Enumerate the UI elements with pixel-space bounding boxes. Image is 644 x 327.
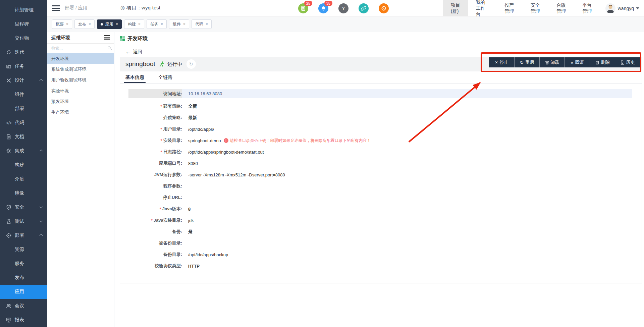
warning-text: 请检查目录是否正确！部署时如果允许覆盖，将删除所配置目录下的所有内容！ xyxy=(230,138,371,144)
form-row: 备份:是 xyxy=(120,226,642,237)
sidebar-item-label: 集成 xyxy=(15,148,24,154)
form-row: 程序参数: xyxy=(120,180,642,192)
action-button-停止[interactable]: ×停止 xyxy=(489,57,514,67)
help-icon[interactable]: ? xyxy=(338,3,348,13)
sidebar-item-会议[interactable]: 会议 xyxy=(0,299,47,313)
sidebar-item-里程碑[interactable]: 里程碑 xyxy=(0,17,47,31)
sidebar-item-集成[interactable]: 集成 xyxy=(0,144,47,158)
env-item-实验环境[interactable]: 实验环境 xyxy=(47,86,114,96)
topnav-item-项目(群)[interactable]: 项目(群) xyxy=(443,0,468,16)
sidebar-item-报表[interactable]: 报表 xyxy=(0,313,47,327)
detail-tab-全链路[interactable]: 全链路 xyxy=(158,71,172,83)
sidebar-item-组件[interactable]: 组件 xyxy=(0,88,47,102)
field-label: 备份: xyxy=(128,229,182,235)
field-label-text: 被备份目录: xyxy=(159,240,182,246)
tab-close-icon[interactable]: × xyxy=(89,22,91,26)
link-icon[interactable] xyxy=(359,3,369,13)
tab-close-icon[interactable]: × xyxy=(183,22,185,26)
sidebar-item-介质[interactable]: 介质 xyxy=(0,172,47,186)
notification-bell-icon[interactable]: 35 xyxy=(318,3,328,13)
sidebar-item-资源[interactable]: 资源 xyxy=(0,242,47,257)
action-button-历史[interactable]: 历史 xyxy=(615,57,640,67)
sidebar-item-设计[interactable]: 设计 xyxy=(0,73,47,88)
sidebar-item-测试[interactable]: 测试 xyxy=(0,214,47,228)
action-button-回滚[interactable]: «回滚 xyxy=(565,57,590,67)
message-document-icon[interactable]: 25 xyxy=(298,3,308,13)
topnav-item-平台管理[interactable]: 平台管理 xyxy=(575,0,600,16)
tab-close-icon[interactable]: × xyxy=(66,22,68,26)
field-value: /opt/idc/apps/ xyxy=(188,127,214,132)
action-button-删除[interactable]: 删除 xyxy=(590,57,615,67)
hamburger-menu-icon[interactable] xyxy=(52,5,60,11)
required-mark: * xyxy=(161,150,162,155)
env-item-系统集成测试环境[interactable]: 系统集成测试环境 xyxy=(47,64,114,75)
env-item-预发环境[interactable]: 预发环境 xyxy=(47,96,114,107)
page-tab-组件[interactable]: 组件× xyxy=(169,19,189,29)
env-item-用户验收测试环境[interactable]: 用户验收测试环境 xyxy=(47,75,114,86)
topnav-item-合版管理[interactable]: 合版管理 xyxy=(549,0,575,16)
refresh-status-button[interactable]: ↻ xyxy=(186,59,196,69)
env-item-开发环境[interactable]: 开发环境 xyxy=(47,53,114,64)
env-panel-menu-icon[interactable] xyxy=(104,35,110,41)
sidebar-item-部署[interactable]: 部署 xyxy=(0,228,47,242)
back-button[interactable]: 返回 xyxy=(133,49,142,55)
breadcrumb-current[interactable]: 应用 xyxy=(78,5,88,10)
sidebar-item-发布[interactable]: 发布 xyxy=(0,271,47,285)
sidebar-item-文档[interactable]: 文档 xyxy=(0,130,47,144)
breadcrumb: 部署 / 应用 xyxy=(65,5,88,11)
field-value: 8 xyxy=(188,207,191,212)
sidebar-item-构建[interactable]: 构建 xyxy=(0,158,47,172)
page-tab-概要[interactable]: 概要× xyxy=(52,19,72,29)
page-tab-发布[interactable]: 发布× xyxy=(74,19,95,29)
project-eye-icon: ◎ xyxy=(120,5,125,10)
sidebar-item-任务[interactable]: 任务 xyxy=(0,59,47,73)
detail-tab-基本信息[interactable]: 基本信息 xyxy=(125,71,144,83)
sidebar-item-迭代[interactable]: 迭代 xyxy=(0,45,47,59)
sidebar-item-交付物[interactable]: 交付物 xyxy=(0,31,47,45)
search-icon xyxy=(108,46,111,49)
action-button-label: 停止 xyxy=(499,59,508,65)
field-label: 校验协议类型: xyxy=(128,263,182,269)
page-tab-代码[interactable]: 代码× xyxy=(192,19,212,29)
action-button-卸载[interactable]: 卸载 xyxy=(539,57,565,67)
action-button-重启[interactable]: ↻重启 xyxy=(514,57,539,67)
tab-close-icon[interactable]: × xyxy=(138,22,141,26)
tab-close-icon[interactable]: × xyxy=(116,22,118,26)
sidebar-item-安全[interactable]: 安全 xyxy=(0,200,47,214)
sidebar-item-代码[interactable]: </>代码 xyxy=(0,116,47,130)
tab-close-icon[interactable]: × xyxy=(206,22,208,26)
restart-icon: ↻ xyxy=(520,60,524,65)
env-item-生产环境[interactable]: 生产环境 xyxy=(47,107,114,118)
env-search-input[interactable] xyxy=(47,44,114,53)
field-label-text: 备份: xyxy=(172,229,182,235)
sidebar-item-镜像[interactable]: 镜像 xyxy=(0,186,47,200)
page-tab-任务[interactable]: 任务× xyxy=(147,19,167,29)
field-label-text: 停止URL: xyxy=(163,195,182,201)
sidebar-item-计划管理[interactable]: 计划管理 xyxy=(0,3,47,17)
sidebar-item-应用[interactable]: 应用 xyxy=(0,285,47,299)
sidebar-item-label: 迭代 xyxy=(15,49,24,55)
topnav-item-我的工作台[interactable]: 我的工作台 xyxy=(468,0,497,16)
breadcrumb-section[interactable]: 部署 xyxy=(65,5,74,10)
sidebar-item-服务[interactable]: 服务 xyxy=(0,257,47,271)
notification-badge: 35 xyxy=(324,1,332,6)
field-label-text: 介质策略: xyxy=(163,115,182,121)
page-tab-构建[interactable]: 构建× xyxy=(124,19,144,29)
tab-close-icon[interactable]: × xyxy=(161,22,163,26)
field-label-text: 安装目录: xyxy=(163,138,182,144)
field-label-text: 部署策略: xyxy=(163,103,182,109)
topnav-item-安全管理[interactable]: 安全管理 xyxy=(523,0,548,16)
topnav-item-投产管理[interactable]: 投产管理 xyxy=(497,0,523,16)
sidebar-item-label: 部署 xyxy=(15,232,24,238)
forbidden-icon[interactable] xyxy=(379,3,389,13)
chevron-down-icon xyxy=(40,219,43,222)
sidebar-item-label: 介质 xyxy=(15,176,24,182)
tab-label: 任务 xyxy=(150,21,158,27)
page-tabstrip: 概要×发布×应用×构建×任务×组件×代码× xyxy=(47,16,644,32)
back-arrow-icon[interactable]: ← xyxy=(125,49,131,55)
sidebar-item-部署[interactable]: 部署 xyxy=(0,102,47,116)
user-menu[interactable]: wangyq xyxy=(601,0,644,16)
user-name: wangyq xyxy=(618,6,634,11)
field-label: *部署策略: xyxy=(128,103,182,109)
page-tab-应用[interactable]: 应用× xyxy=(97,19,122,29)
